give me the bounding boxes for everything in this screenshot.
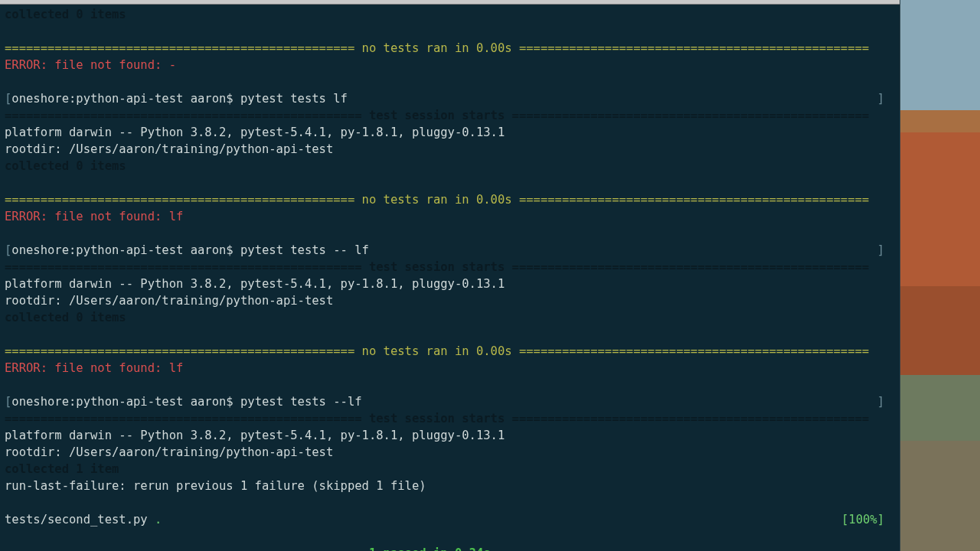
- command-text: pytest tests -- lf: [240, 243, 369, 257]
- separator-no-tests: ========================================…: [5, 343, 895, 360]
- rootdir-line: rootdir: /Users/aaron/training/python-ap…: [5, 141, 895, 158]
- command-text: pytest tests lf: [240, 92, 348, 106]
- blank-line: [5, 174, 895, 191]
- prompt-bracket: [: [5, 243, 11, 257]
- prompt-host: oneshore:python-api-test aaron$: [11, 395, 240, 409]
- blank-line: [5, 377, 895, 393]
- window-title-bar[interactable]: [0, 0, 900, 5]
- blank-line: [5, 528, 895, 545]
- prompt-bracket: ]: [877, 90, 895, 107]
- error-line: ERROR: file not found: -: [5, 57, 895, 73]
- prompt-line[interactable]: [oneshore:python-api-test aaron$ pytest …: [5, 393, 895, 410]
- terminal-window[interactable]: collected 0 items ======================…: [0, 0, 900, 551]
- error-label: ERROR:: [5, 58, 47, 72]
- error-msg: file not found: lf: [47, 361, 183, 375]
- blank-line: [5, 23, 895, 40]
- platform-line: platform darwin -- Python 3.8.2, pytest-…: [5, 276, 895, 292]
- collected-line: collected 0 items: [5, 6, 895, 23]
- command-text: pytest tests --lf: [240, 395, 362, 409]
- test-result-line: tests/second_test.py .[100%]: [5, 511, 895, 528]
- error-line: ERROR: file not found: lf: [5, 208, 895, 225]
- separator-session: ========================================…: [5, 259, 895, 276]
- error-msg: file not found: -: [47, 58, 176, 72]
- prompt-line[interactable]: [oneshore:python-api-test aaron$ pytest …: [5, 90, 895, 107]
- platform-line: platform darwin -- Python 3.8.2, pytest-…: [5, 427, 895, 444]
- prompt-host: oneshore:python-api-test aaron$: [11, 92, 240, 106]
- blank-line: [5, 326, 895, 343]
- prompt-bracket: [: [5, 92, 11, 106]
- run-last-failure-line: run-last-failure: rerun previous 1 failu…: [5, 478, 895, 494]
- separator-passed: ========================================…: [5, 545, 895, 551]
- collected-line: collected 1 item: [5, 461, 895, 478]
- blank-line: [5, 73, 895, 90]
- pass-dot-icon: .: [155, 513, 162, 527]
- blank-line: [5, 225, 895, 242]
- separator-no-tests: ========================================…: [5, 40, 895, 57]
- prompt-host: oneshore:python-api-test aaron$: [11, 243, 240, 257]
- prompt-bracket: [: [5, 395, 11, 409]
- rootdir-line: rootdir: /Users/aaron/training/python-ap…: [5, 292, 895, 309]
- rootdir-line: rootdir: /Users/aaron/training/python-ap…: [5, 444, 895, 461]
- collected-line: collected 0 items: [5, 309, 895, 326]
- separator-session: ========================================…: [5, 107, 895, 124]
- test-file: tests/second_test.py: [5, 513, 155, 527]
- prompt-bracket: ]: [877, 242, 895, 259]
- collected-line: collected 0 items: [5, 158, 895, 174]
- prompt-bracket: ]: [877, 393, 895, 410]
- error-label: ERROR:: [5, 361, 47, 375]
- separator-session: ========================================…: [5, 410, 895, 427]
- error-line: ERROR: file not found: lf: [5, 360, 895, 377]
- error-msg: file not found: lf: [47, 210, 183, 223]
- progress-percent: [100%]: [841, 511, 895, 528]
- separator-no-tests: ========================================…: [5, 191, 895, 208]
- platform-line: platform darwin -- Python 3.8.2, pytest-…: [5, 124, 895, 141]
- error-label: ERROR:: [5, 210, 47, 223]
- blank-line: [5, 494, 895, 511]
- prompt-line[interactable]: [oneshore:python-api-test aaron$ pytest …: [5, 242, 895, 259]
